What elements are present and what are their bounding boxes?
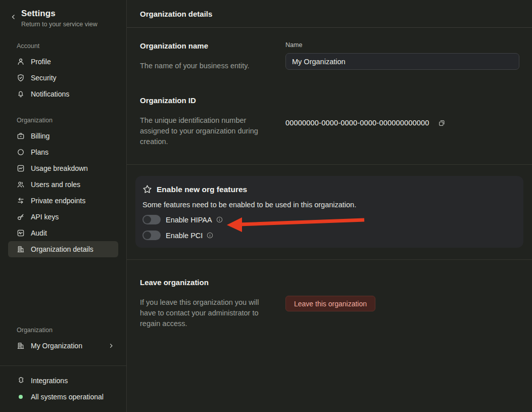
organization-id-value: 00000000-0000-0000-0000-000000000000 [285,119,429,127]
page-title: Organization details [140,10,212,18]
enable-hipaa-label: Enable HIPAA [166,216,212,224]
sidebar-item-label: Usage breakdown [31,164,88,172]
enable-hipaa-toggle[interactable] [142,215,161,224]
sidebar-item-users-and-roles[interactable]: Users and roles [8,176,118,193]
status-label: All systems operational [31,393,104,401]
sidebar-item-label: Organization details [31,245,93,253]
sidebar-item-organization-details[interactable]: Organization details [8,241,118,257]
bell-icon [17,90,25,98]
sidebar-bottom: Organization My Organization Integration… [0,327,126,412]
star-icon [142,185,152,194]
enable-pci-label: Enable PCI [166,232,203,240]
system-status-link[interactable]: All systems operational [8,389,118,405]
sidebar-subtitle[interactable]: Return to your service view [21,21,98,28]
section-label-organization: Organization [0,117,126,124]
toggle-knob [143,232,151,239]
org-name-description: The name of your business entity. [140,61,269,71]
sidebar-item-plans[interactable]: Plans [8,144,118,160]
sidebar-item-label: Notifications [31,90,69,98]
puzzle-icon [17,377,25,385]
key-icon [17,213,25,221]
features-card-title: Enable new org features [157,185,247,194]
organization-name-input[interactable] [285,53,519,70]
sidebar-item-private-endpoints[interactable]: Private endpoints [8,193,118,209]
settings-sidebar: Settings Return to your service view Acc… [0,0,127,412]
page-header: Organization details [127,0,532,28]
circle-icon [17,148,25,156]
chevron-right-icon [108,343,114,349]
organization-name-section: Organization name The name of your busin… [127,28,532,71]
sidebar-item-usage-breakdown[interactable]: Usage breakdown [8,160,118,176]
back-chevron-icon[interactable] [10,14,17,20]
name-field-label: Name [285,41,519,49]
enable-pci-row: Enable PCI [142,231,516,240]
building-icon [17,342,25,350]
enable-pci-toggle[interactable] [142,231,161,240]
organization-details-page: Organization details Organization name T… [127,0,532,412]
wallet-icon [17,132,25,140]
pulse-square-icon [17,229,25,237]
sidebar-item-label: Security [31,74,57,82]
sidebar-item-label: Users and roles [31,180,80,189]
info-icon[interactable] [216,216,223,223]
sidebar-item-label: Audit [31,229,47,237]
org-switcher-my-organization[interactable]: My Organization [8,338,118,354]
copy-icon[interactable] [438,119,446,127]
sidebar-item-notifications[interactable]: Notifications [8,86,118,102]
org-id-title: Organization ID [140,96,269,105]
organization-id-section: Organization ID The unique identificatio… [127,96,532,147]
enable-hipaa-row: Enable HIPAA [142,215,516,224]
toggle-knob [143,216,151,223]
divider [127,164,532,165]
sidebar-item-label: API keys [31,213,59,221]
features-card-description: Some features need to be enabled to be u… [142,201,516,209]
shield-check-icon [17,74,25,82]
status-green-dot-icon [19,395,23,399]
leave-this-organization-button[interactable]: Leave this organization [285,296,375,311]
enable-new-org-features-card: Enable new org features Some features ne… [135,176,523,248]
leave-org-title: Leave organization [140,278,269,287]
chart-square-icon [17,164,25,172]
integrations-link[interactable]: Integrations [8,373,118,389]
organization-nav: Billing Plans Usage breakdown Users and … [0,128,126,257]
org-id-description: The unique identification number assigne… [140,115,269,147]
sidebar-item-label: Private endpoints [31,197,85,205]
sidebar-item-profile[interactable]: Profile [8,54,118,70]
sidebar-item-billing[interactable]: Billing [8,128,118,144]
sidebar-item-security[interactable]: Security [8,70,118,86]
section-label-account: Account [0,42,126,50]
info-icon[interactable] [207,232,213,239]
building-icon [17,245,25,253]
org-name-title: Organization name [140,41,269,50]
sidebar-item-api-keys[interactable]: API keys [8,209,118,225]
sidebar-item-label: Profile [31,58,51,66]
leave-org-description: If you leave this organization you will … [140,297,269,329]
integrations-label: Integrations [31,377,68,385]
sidebar-item-audit[interactable]: Audit [8,225,118,241]
user-icon [17,58,25,66]
sidebar-header: Settings Return to your service view [0,0,126,28]
section-label-org-switcher: Organization [0,327,126,334]
leave-organization-section: Leave organization If you leave this org… [127,260,532,329]
sidebar-item-label: Plans [31,148,49,156]
swap-arrows-icon [17,197,25,205]
account-nav: Profile Security Notifications [0,54,126,102]
sidebar-footer: Integrations All systems operational [0,365,126,412]
sidebar-title: Settings [21,9,98,19]
org-switcher-label: My Organization [31,342,82,350]
users-icon [17,180,25,189]
sidebar-item-label: Billing [31,132,50,140]
